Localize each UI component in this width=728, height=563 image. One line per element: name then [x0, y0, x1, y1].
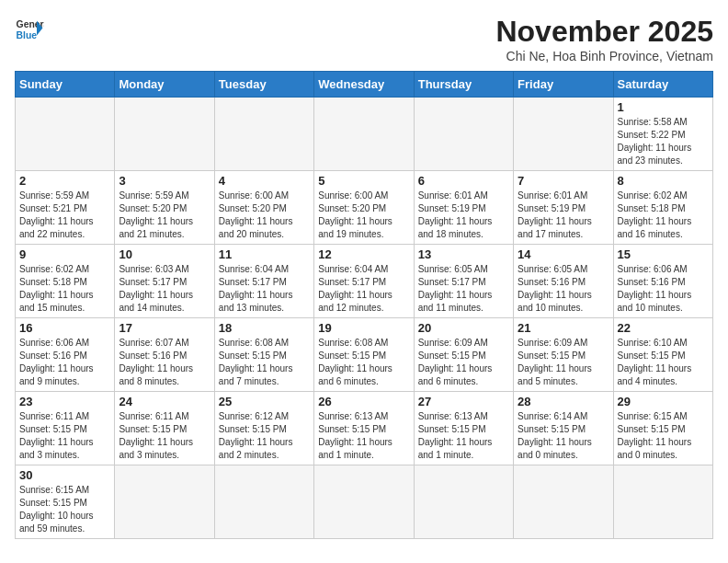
- day-info: Sunrise: 6:07 AM Sunset: 5:16 PM Dayligh…: [119, 337, 210, 388]
- day-info: Sunrise: 6:04 AM Sunset: 5:17 PM Dayligh…: [219, 263, 310, 315]
- calendar-day-empty: [314, 465, 414, 539]
- day-number: 5: [318, 174, 409, 188]
- day-number: 14: [518, 247, 609, 261]
- day-number: 19: [318, 321, 409, 335]
- day-number: 1: [618, 100, 709, 114]
- weekday-header-saturday: Saturday: [613, 72, 712, 98]
- day-number: 15: [618, 247, 709, 261]
- day-info: Sunrise: 6:00 AM Sunset: 5:20 PM Dayligh…: [219, 190, 310, 241]
- day-info: Sunrise: 6:11 AM Sunset: 5:15 PM Dayligh…: [119, 410, 210, 462]
- day-info: Sunrise: 5:58 AM Sunset: 5:22 PM Dayligh…: [618, 116, 709, 167]
- day-number: 6: [418, 174, 509, 188]
- day-info: Sunrise: 6:11 AM Sunset: 5:15 PM Dayligh…: [19, 410, 110, 462]
- day-info: Sunrise: 6:02 AM Sunset: 5:18 PM Dayligh…: [618, 190, 709, 241]
- weekday-header-tuesday: Tuesday: [214, 72, 313, 98]
- day-info: Sunrise: 5:59 AM Sunset: 5:21 PM Dayligh…: [19, 190, 110, 241]
- day-number: 13: [418, 247, 509, 261]
- calendar-day-empty: [115, 465, 214, 539]
- calendar-day: 25Sunrise: 6:12 AM Sunset: 5:15 PM Dayli…: [214, 392, 313, 465]
- day-info: Sunrise: 6:08 AM Sunset: 5:15 PM Dayligh…: [219, 337, 310, 388]
- calendar-day: 22Sunrise: 6:10 AM Sunset: 5:15 PM Dayli…: [613, 318, 712, 392]
- day-info: Sunrise: 6:08 AM Sunset: 5:15 PM Dayligh…: [318, 337, 409, 388]
- weekday-header-friday: Friday: [514, 72, 613, 98]
- day-number: 21: [518, 321, 609, 335]
- calendar-day: 3Sunrise: 5:59 AM Sunset: 5:20 PM Daylig…: [115, 171, 214, 245]
- calendar-day-empty: [414, 465, 513, 539]
- calendar-day: [115, 98, 214, 171]
- calendar-day: 21Sunrise: 6:09 AM Sunset: 5:15 PM Dayli…: [514, 318, 613, 392]
- day-info: Sunrise: 6:10 AM Sunset: 5:15 PM Dayligh…: [618, 337, 709, 388]
- page-header: General Blue November 2025 Chi Ne, Hoa B…: [15, 15, 713, 63]
- day-info: Sunrise: 6:03 AM Sunset: 5:17 PM Dayligh…: [119, 263, 210, 315]
- calendar-day: 27Sunrise: 6:13 AM Sunset: 5:15 PM Dayli…: [414, 392, 513, 465]
- month-title: November 2025: [495, 15, 713, 49]
- calendar-day-empty: [214, 465, 313, 539]
- day-number: 23: [19, 395, 110, 408]
- calendar-day: 10Sunrise: 6:03 AM Sunset: 5:17 PM Dayli…: [115, 245, 214, 318]
- day-number: 2: [19, 174, 110, 188]
- weekday-header-row: SundayMondayTuesdayWednesdayThursdayFrid…: [16, 72, 713, 98]
- logo: General Blue: [15, 15, 44, 44]
- day-number: 17: [119, 321, 210, 335]
- calendar-day: 23Sunrise: 6:11 AM Sunset: 5:15 PM Dayli…: [16, 392, 115, 465]
- day-number: 16: [19, 321, 110, 335]
- weekday-header-wednesday: Wednesday: [314, 72, 414, 98]
- day-number: 4: [219, 174, 310, 188]
- location: Chi Ne, Hoa Binh Province, Vietnam: [495, 49, 713, 63]
- day-info: Sunrise: 6:13 AM Sunset: 5:15 PM Dayligh…: [318, 410, 409, 462]
- day-info: Sunrise: 6:00 AM Sunset: 5:20 PM Dayligh…: [318, 190, 409, 241]
- calendar-row: 2Sunrise: 5:59 AM Sunset: 5:21 PM Daylig…: [16, 171, 713, 245]
- calendar-row: 16Sunrise: 6:06 AM Sunset: 5:16 PM Dayli…: [16, 318, 713, 392]
- day-number: 3: [119, 174, 210, 188]
- weekday-header-thursday: Thursday: [414, 72, 513, 98]
- calendar-day: 5Sunrise: 6:00 AM Sunset: 5:20 PM Daylig…: [314, 171, 414, 245]
- calendar-row: 9Sunrise: 6:02 AM Sunset: 5:18 PM Daylig…: [16, 245, 713, 318]
- day-number: 28: [518, 395, 609, 408]
- weekday-header-monday: Monday: [115, 72, 214, 98]
- calendar-row: 30Sunrise: 6:15 AM Sunset: 5:15 PM Dayli…: [16, 465, 713, 539]
- day-info: Sunrise: 6:01 AM Sunset: 5:19 PM Dayligh…: [518, 190, 609, 241]
- calendar-day: 4Sunrise: 6:00 AM Sunset: 5:20 PM Daylig…: [214, 171, 313, 245]
- svg-text:Blue: Blue: [17, 30, 38, 40]
- day-number: 12: [318, 247, 409, 261]
- calendar-day: 2Sunrise: 5:59 AM Sunset: 5:21 PM Daylig…: [16, 171, 115, 245]
- day-info: Sunrise: 6:09 AM Sunset: 5:15 PM Dayligh…: [418, 337, 509, 388]
- title-section: November 2025 Chi Ne, Hoa Binh Province,…: [495, 15, 713, 63]
- calendar-row: 23Sunrise: 6:11 AM Sunset: 5:15 PM Dayli…: [16, 392, 713, 465]
- calendar-day: 1Sunrise: 5:58 AM Sunset: 5:22 PM Daylig…: [613, 98, 712, 171]
- calendar-day: 20Sunrise: 6:09 AM Sunset: 5:15 PM Dayli…: [414, 318, 513, 392]
- day-info: Sunrise: 6:12 AM Sunset: 5:15 PM Dayligh…: [219, 410, 310, 462]
- calendar-day: 6Sunrise: 6:01 AM Sunset: 5:19 PM Daylig…: [414, 171, 513, 245]
- calendar-day: 14Sunrise: 6:05 AM Sunset: 5:16 PM Dayli…: [514, 245, 613, 318]
- day-number: 24: [119, 395, 210, 408]
- calendar-day: 8Sunrise: 6:02 AM Sunset: 5:18 PM Daylig…: [613, 171, 712, 245]
- calendar-table: SundayMondayTuesdayWednesdayThursdayFrid…: [15, 71, 713, 539]
- calendar-day: 28Sunrise: 6:14 AM Sunset: 5:15 PM Dayli…: [514, 392, 613, 465]
- calendar-day: 24Sunrise: 6:11 AM Sunset: 5:15 PM Dayli…: [115, 392, 214, 465]
- day-number: 26: [318, 395, 409, 408]
- day-info: Sunrise: 6:05 AM Sunset: 5:17 PM Dayligh…: [418, 263, 509, 315]
- day-info: Sunrise: 6:14 AM Sunset: 5:15 PM Dayligh…: [518, 410, 609, 462]
- day-info: Sunrise: 6:04 AM Sunset: 5:17 PM Dayligh…: [318, 263, 409, 315]
- calendar-day: 17Sunrise: 6:07 AM Sunset: 5:16 PM Dayli…: [115, 318, 214, 392]
- day-info: Sunrise: 5:59 AM Sunset: 5:20 PM Dayligh…: [119, 190, 210, 241]
- calendar-day: 15Sunrise: 6:06 AM Sunset: 5:16 PM Dayli…: [613, 245, 712, 318]
- calendar-day: 29Sunrise: 6:15 AM Sunset: 5:15 PM Dayli…: [613, 392, 712, 465]
- day-info: Sunrise: 6:15 AM Sunset: 5:15 PM Dayligh…: [19, 484, 110, 535]
- calendar-day: [314, 98, 414, 171]
- calendar-day: 19Sunrise: 6:08 AM Sunset: 5:15 PM Dayli…: [314, 318, 414, 392]
- calendar-day: 16Sunrise: 6:06 AM Sunset: 5:16 PM Dayli…: [16, 318, 115, 392]
- day-number: 25: [219, 395, 310, 408]
- calendar-day: 11Sunrise: 6:04 AM Sunset: 5:17 PM Dayli…: [214, 245, 313, 318]
- day-info: Sunrise: 6:01 AM Sunset: 5:19 PM Dayligh…: [418, 190, 509, 241]
- day-info: Sunrise: 6:06 AM Sunset: 5:16 PM Dayligh…: [618, 263, 709, 315]
- day-number: 20: [418, 321, 509, 335]
- day-info: Sunrise: 6:02 AM Sunset: 5:18 PM Dayligh…: [19, 263, 110, 315]
- day-number: 29: [618, 395, 709, 408]
- day-info: Sunrise: 6:09 AM Sunset: 5:15 PM Dayligh…: [518, 337, 609, 388]
- calendar-day: 30Sunrise: 6:15 AM Sunset: 5:15 PM Dayli…: [16, 465, 115, 539]
- day-number: 9: [19, 247, 110, 261]
- weekday-header-sunday: Sunday: [16, 72, 115, 98]
- calendar-day-empty: [613, 465, 712, 539]
- calendar-day: 18Sunrise: 6:08 AM Sunset: 5:15 PM Dayli…: [214, 318, 313, 392]
